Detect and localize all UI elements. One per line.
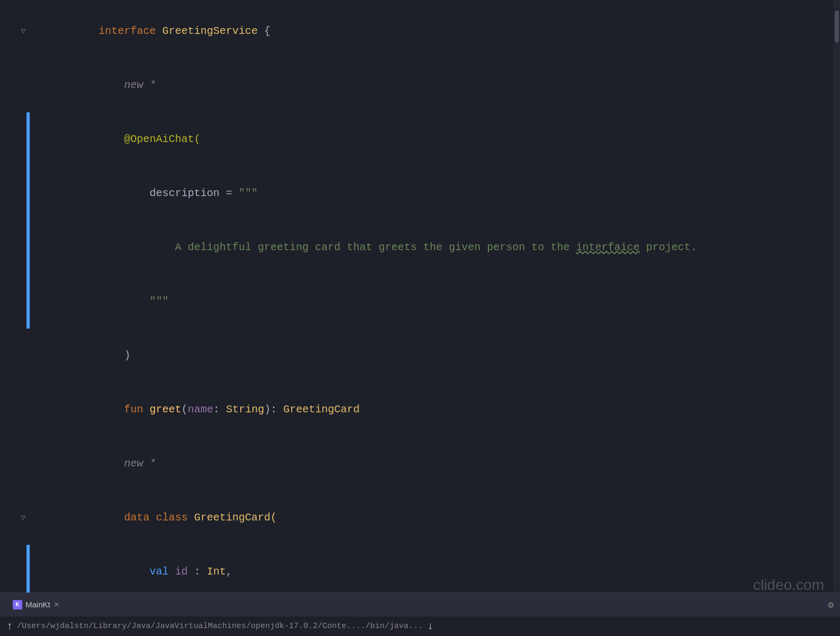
str-triple-close: """ (150, 295, 169, 307)
fold-icon-1[interactable]: ▽ (21, 22, 25, 40)
code-line-9: new * (0, 437, 840, 491)
kw-interface: interface (99, 25, 162, 37)
code-content: ▽ interface GreetingService { new * (0, 0, 840, 593)
indent-3 (99, 133, 124, 145)
fn-greet: greet (150, 403, 181, 416)
code-line-1: ▽ interface GreetingService { (0, 4, 840, 58)
indent-10 (99, 511, 124, 524)
bottom-bar: K MainKt ✕ ⚙ (0, 593, 840, 616)
tab-close-button[interactable]: ✕ (54, 600, 59, 608)
str-triple-open: """ (239, 187, 258, 199)
code-line-6: """ (0, 275, 840, 329)
tab-icon-letter: K (15, 602, 19, 607)
colon-11: : (188, 566, 207, 578)
colon-8: : (213, 403, 226, 416)
gutter-10: ▽ (0, 509, 27, 527)
blue-bar-11 (27, 545, 30, 593)
code-line-7: ) (0, 329, 840, 383)
kw-val-11: val (150, 566, 175, 578)
paren-close-7: ) (99, 349, 130, 361)
line-code-11: val id : Int, (31, 545, 840, 593)
str-content-5: A delightful greeting card that greets t… (99, 241, 576, 253)
blue-bar-5 (27, 220, 30, 275)
cls-greetingservice: GreetingService (162, 25, 258, 37)
param-id: id (175, 566, 188, 578)
editor-container: ▽ interface GreetingService { new * (0, 0, 840, 636)
punct-8: ( (181, 403, 188, 416)
tab-mainkt[interactable]: K MainKt ✕ (6, 597, 66, 613)
line-code-6: """ (31, 275, 840, 329)
line-code-4: description = """ (31, 166, 840, 220)
code-line-11: val id : Int, (0, 545, 840, 593)
nav-down-arrow[interactable]: ↓ (427, 620, 433, 632)
status-bar: ↑ /Users/wjdalstn/Library/Java/JavaVirtu… (0, 616, 840, 636)
type-greetingcard: GreetingCard (283, 403, 360, 416)
code-line-2: new * (0, 58, 840, 112)
line-code-1: interface GreetingService { (31, 4, 840, 58)
desc-label: description = (99, 187, 239, 199)
tab-kotlin-icon: K (13, 600, 22, 610)
cls-greetingcard: GreetingCard( (194, 511, 277, 524)
watermark: clideo.com (753, 577, 824, 594)
tab-label: MainKt (25, 600, 50, 609)
code-line-10: ▽ data class GreetingCard( (0, 491, 840, 545)
nav-up-arrow[interactable]: ↑ (6, 620, 13, 632)
kw-fun-8: fun (124, 403, 150, 416)
settings-icon[interactable]: ⚙ (828, 599, 834, 611)
code-line-4: description = """ (0, 166, 840, 220)
ann-openai: @OpenAiChat( (124, 133, 200, 145)
line-code-8: fun greet(name: String): GreetingCard (31, 383, 840, 437)
line-code-2: new * (31, 58, 840, 112)
type-string-8: String (226, 403, 264, 416)
status-path: /Users/wjdalstn/Library/Java/JavaVirtual… (17, 622, 423, 631)
blue-bar-4 (27, 166, 30, 220)
code-line-5: A delightful greeting card that greets t… (0, 220, 840, 275)
indent-11 (99, 566, 150, 578)
fold-icon-10[interactable]: ▽ (21, 509, 25, 527)
type-int: Int (207, 566, 226, 578)
indent-6 (99, 295, 150, 307)
line-code-3: @OpenAiChat( (31, 112, 840, 166)
watermark-text: clideo.com (753, 577, 824, 593)
comma-11: , (226, 566, 232, 578)
new-marker-2: new * (99, 79, 156, 91)
code-area[interactable]: ▽ interface GreetingService { new * (0, 0, 840, 593)
code-line-8: fun greet(name: String): GreetingCard (0, 383, 840, 437)
kw-class: class (156, 511, 194, 524)
blue-bar-6 (27, 275, 30, 329)
ret-8: ): (264, 403, 283, 416)
gutter-1: ▽ (0, 22, 27, 40)
str-interfaice: interfaice (576, 241, 640, 253)
blue-bar-3 (27, 112, 30, 166)
code-line-3: @OpenAiChat( (0, 112, 840, 166)
indent-8 (99, 403, 124, 416)
str-project: project. (640, 241, 697, 253)
line-code-9: new * (31, 437, 840, 491)
line-code-10: data class GreetingCard( (31, 491, 840, 545)
param-name: name (188, 403, 213, 416)
line-code-5: A delightful greeting card that greets t… (31, 220, 840, 275)
line-code-7: ) (31, 329, 840, 383)
new-marker-9: new * (99, 457, 156, 470)
kw-data: data (124, 511, 156, 524)
punct-brace: { (258, 25, 270, 37)
